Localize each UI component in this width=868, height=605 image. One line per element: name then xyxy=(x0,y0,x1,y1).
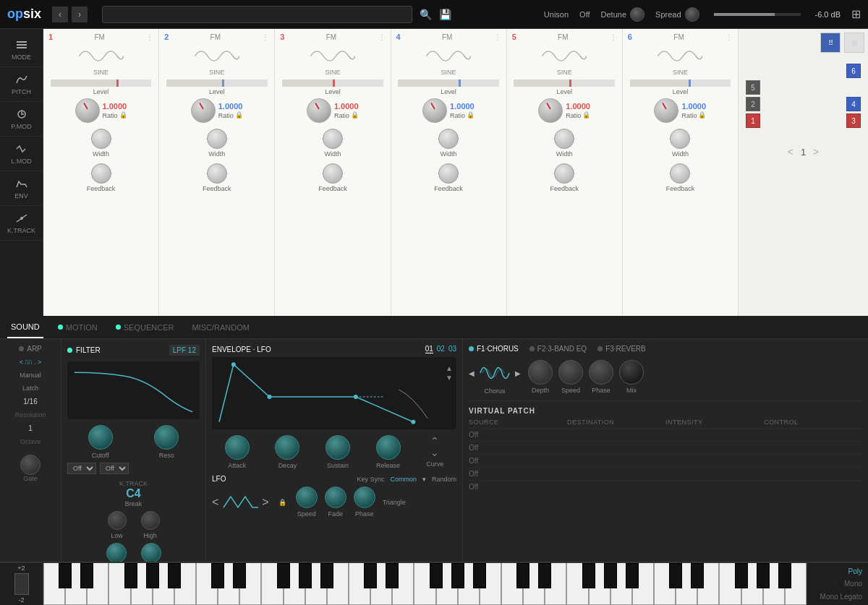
filter-select-2[interactable]: Off xyxy=(100,463,129,474)
op5-ratio-knob[interactable] xyxy=(538,98,563,123)
op4-menu[interactable]: ⋮ xyxy=(494,33,501,41)
filter-select-1[interactable]: Off xyxy=(67,463,96,474)
arp-manual[interactable]: Manual xyxy=(20,372,41,379)
sidebar-item-pitch[interactable]: PITCH xyxy=(0,67,43,102)
op1-feedback-knob[interactable] xyxy=(91,163,111,184)
op3-lock-icon[interactable]: 🔒 xyxy=(351,111,359,119)
op2-menu[interactable]: ⋮ xyxy=(262,33,269,41)
lfo2-knob[interactable] xyxy=(141,543,161,562)
black-key-4-4[interactable] xyxy=(735,563,748,588)
grid-icon[interactable]: ⊞ xyxy=(851,7,861,21)
vp-row-4[interactable]: Off xyxy=(469,467,862,480)
reso-knob[interactable] xyxy=(154,425,179,450)
high-knob[interactable] xyxy=(141,511,160,530)
search-icon[interactable]: 🔍 xyxy=(420,9,432,20)
black-key-3-4[interactable] xyxy=(582,563,595,588)
op1-lock-icon[interactable]: 🔒 xyxy=(119,111,127,119)
decay-knob[interactable] xyxy=(275,435,299,460)
sidebar-item-pmod[interactable]: P.MOD xyxy=(0,102,43,137)
op2-feedback-knob[interactable] xyxy=(207,163,227,184)
op2-level-bar[interactable] xyxy=(166,80,268,87)
env-down-arrow[interactable]: ▼ xyxy=(446,374,453,382)
wave-prev-btn[interactable]: < xyxy=(212,496,218,509)
lfo-speed-knob[interactable] xyxy=(296,486,318,508)
op1-level-bar[interactable] xyxy=(51,80,152,87)
op6-lock-icon[interactable]: 🔒 xyxy=(698,111,706,119)
op3-feedback-knob[interactable] xyxy=(323,163,343,184)
sidebar-item-lmod[interactable]: L.MOD xyxy=(0,137,43,171)
sidebar-item-ktrack[interactable]: K.TRACK xyxy=(0,206,43,241)
effect-tab-reverb[interactable]: F3·REVERB xyxy=(597,345,646,353)
effect-tab-eq[interactable]: F2·3-BAND EQ xyxy=(529,345,587,353)
op1-width-knob[interactable] xyxy=(91,129,111,149)
spread-knob[interactable] xyxy=(685,7,699,22)
black-key-0-1[interactable] xyxy=(59,563,72,588)
voice-mono-legato[interactable]: Mono Legato xyxy=(820,593,862,601)
algo-view-btn-1[interactable]: ⠿ xyxy=(820,33,841,53)
lfo-lock-icon[interactable]: 🔒 xyxy=(278,499,286,506)
save-icon[interactable]: 💾 xyxy=(439,9,451,20)
filter-type-selector[interactable]: LPF 12 xyxy=(169,345,200,356)
op6-feedback-knob[interactable] xyxy=(670,163,690,184)
algo-num-5[interactable]: 5 xyxy=(746,80,760,95)
lfo-phase-knob[interactable] xyxy=(354,486,375,508)
vp-row-2[interactable]: Off xyxy=(469,441,862,454)
voice-mono[interactable]: Mono xyxy=(844,580,862,588)
op6-menu[interactable]: ⋮ xyxy=(726,33,733,41)
black-key-4-2[interactable] xyxy=(691,563,704,588)
black-key-1-5[interactable] xyxy=(299,563,312,588)
black-key-4-1[interactable] xyxy=(669,563,682,588)
op5-lock-icon[interactable]: 🔒 xyxy=(582,111,590,119)
black-key-2-4[interactable] xyxy=(430,563,443,588)
env-tab-01[interactable]: 01 xyxy=(425,345,433,353)
arp-latch[interactable]: Latch xyxy=(22,385,38,392)
env-up-arrow[interactable]: ▲ xyxy=(446,364,453,372)
black-key-2-6[interactable] xyxy=(473,563,486,588)
algo-num-6[interactable]: 6 xyxy=(846,64,861,78)
op4-feedback-knob[interactable] xyxy=(438,163,459,184)
chorus-next[interactable]: ▶ xyxy=(515,369,521,377)
tab-sequencer[interactable]: SEQUENCER xyxy=(112,316,178,338)
op4-width-knob[interactable] xyxy=(438,129,459,149)
black-key-3-5[interactable] xyxy=(604,563,617,588)
op4-ratio-knob[interactable] xyxy=(422,98,447,123)
op6-level-bar[interactable] xyxy=(630,80,731,87)
black-key-4-6[interactable] xyxy=(778,563,791,588)
curve-up-btn[interactable]: ⌃ xyxy=(430,435,439,447)
vp-row-5[interactable]: Off xyxy=(469,480,862,493)
op5-feedback-knob[interactable] xyxy=(554,163,574,184)
op2-width-knob[interactable] xyxy=(207,129,227,149)
black-key-1-2[interactable] xyxy=(233,563,246,588)
vp-row-3[interactable]: Off xyxy=(469,454,862,467)
black-key-3-1[interactable] xyxy=(516,563,529,588)
op2-ratio-knob[interactable] xyxy=(191,98,216,123)
low-knob[interactable] xyxy=(108,511,127,530)
effect-tab-chorus[interactable]: F1·CHORUS xyxy=(469,345,519,353)
algo-next[interactable]: > xyxy=(813,146,819,158)
wave-next-btn[interactable]: > xyxy=(262,496,268,509)
tab-sound[interactable]: SOUND xyxy=(7,316,43,338)
black-key-1-6[interactable] xyxy=(320,563,333,588)
black-key-1-1[interactable] xyxy=(211,563,224,588)
sidebar-item-env[interactable]: ENV xyxy=(0,171,43,206)
black-key-0-4[interactable] xyxy=(124,563,137,588)
eg2-knob[interactable] xyxy=(106,543,127,562)
algo-num-3[interactable]: 3 xyxy=(846,113,861,128)
vp-row-1[interactable]: Off xyxy=(469,428,862,441)
prev-button[interactable]: ‹ xyxy=(52,7,68,22)
common-dropdown[interactable]: ▾ xyxy=(422,476,426,483)
pitch-slider[interactable] xyxy=(14,573,29,595)
effect-phase-knob[interactable] xyxy=(589,360,613,385)
search-bar[interactable] xyxy=(102,6,412,23)
algo-prev[interactable]: < xyxy=(788,146,793,158)
op5-menu[interactable]: ⋮ xyxy=(610,33,617,41)
depth-knob[interactable] xyxy=(528,360,553,385)
op4-lock-icon[interactable]: 🔒 xyxy=(467,111,475,119)
black-key-0-6[interactable] xyxy=(168,563,181,588)
tab-motion[interactable]: MOTION xyxy=(54,316,101,338)
black-key-2-1[interactable] xyxy=(364,563,377,588)
op1-menu[interactable]: ⋮ xyxy=(146,33,153,41)
env-tab-03[interactable]: 03 xyxy=(448,345,456,353)
op1-ratio-knob[interactable] xyxy=(75,98,100,123)
cutoff-knob[interactable] xyxy=(88,425,113,450)
